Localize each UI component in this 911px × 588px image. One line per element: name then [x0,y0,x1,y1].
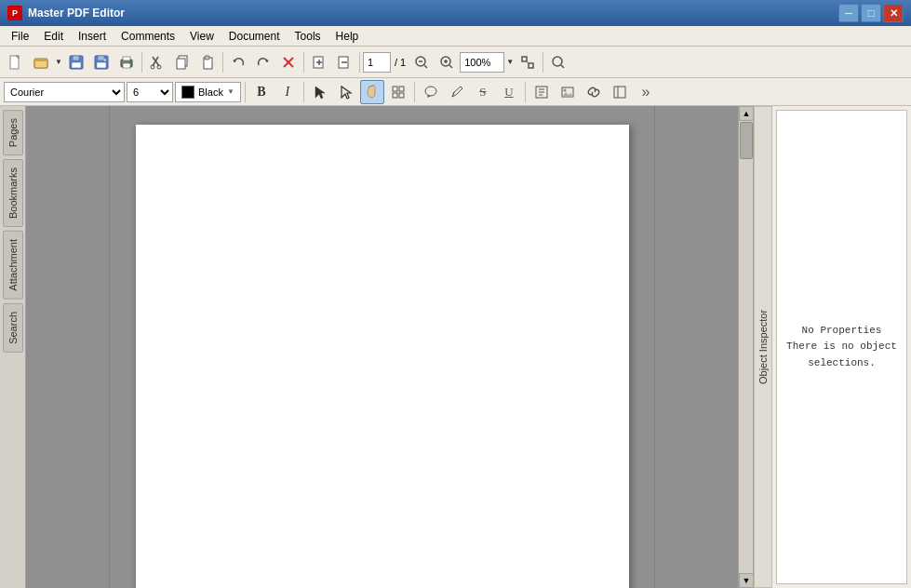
zoom-in-button[interactable] [435,50,459,74]
sep1 [141,52,142,73]
zoom-out-button[interactable] [409,50,434,74]
page-total: / 1 [392,57,409,68]
sidebar-tabs: Pages Bookmarks Attachment Search [0,106,26,588]
svg-rect-48 [393,93,397,98]
menu-help[interactable]: Help [328,28,367,45]
redo-button[interactable] [251,50,275,74]
search-toolbar-button[interactable] [546,50,570,74]
scroll-down-button[interactable]: ▼ [739,573,754,588]
svg-rect-22 [205,56,209,60]
save-as-button[interactable]: + [89,50,114,74]
hand-tool[interactable] [360,80,384,104]
sidebar-tab-pages[interactable]: Pages [3,110,23,155]
close-button[interactable]: ✕ [883,4,904,22]
main-toolbar: ▼ + [0,47,911,78]
new-button[interactable] [4,50,28,74]
pdf-page [136,125,629,588]
main-layout: Pages Bookmarks Attachment Search ▲ ▼ Ob… [0,106,911,588]
svg-point-58 [563,88,566,91]
zoom-dropdown[interactable]: ▼ [505,50,515,74]
menu-file[interactable]: File [4,28,36,45]
text-edit-tool[interactable] [529,80,554,104]
menu-view[interactable]: View [182,28,221,45]
no-properties-line3: selections. [808,355,876,372]
font-size-select[interactable]: 6 8 10 12 [127,82,173,102]
scroll-track[interactable] [739,121,753,573]
underline-tool[interactable]: U [497,80,521,104]
fit-page-button[interactable] [516,50,540,74]
svg-rect-9 [97,62,106,68]
maximize-button[interactable]: □ [861,4,881,22]
window-controls: ─ □ ✕ [838,4,904,22]
scroll-up-button[interactable]: ▲ [739,106,754,121]
svg-rect-12 [123,63,130,68]
cancel-button[interactable] [276,50,301,74]
right-panel-area [654,106,738,588]
menu-edit[interactable]: Edit [36,28,71,45]
svg-rect-60 [614,87,625,98]
scroll-thumb[interactable] [740,122,753,159]
color-swatch [181,86,194,99]
open-button[interactable] [29,50,53,74]
page-tools [307,50,356,74]
save-button[interactable] [64,50,88,74]
minimize-button[interactable]: ─ [838,4,859,22]
sep3 [303,52,304,73]
svg-point-14 [129,61,131,63]
menu-comments[interactable]: Comments [114,28,182,45]
image-tool[interactable] [556,80,580,104]
menu-document[interactable]: Document [221,28,288,45]
svg-point-50 [425,87,436,96]
svg-rect-13 [123,57,130,60]
select-tool[interactable] [334,80,358,104]
extract-page-button[interactable] [332,50,356,74]
sep2 [222,52,223,73]
app-title: Master PDF Editor [28,7,838,20]
menu-insert[interactable]: Insert [71,28,114,45]
history-tools [226,50,301,74]
sidebar-tab-attachment[interactable]: Attachment [3,231,23,300]
svg-text:+: + [103,57,107,62]
italic-button[interactable]: I [275,80,300,104]
left-thumbnail-area [26,106,110,588]
sidebar-tab-search[interactable]: Search [3,303,23,353]
svg-marker-45 [342,87,351,99]
zoom-input[interactable]: 100% [460,52,504,73]
cut-button[interactable] [145,50,169,74]
svg-rect-20 [177,59,185,69]
print-button[interactable] [114,50,139,74]
sidebar-tab-bookmarks[interactable]: Bookmarks [3,159,23,227]
menu-tools[interactable]: Tools [288,28,328,45]
bold-button[interactable]: B [249,80,274,104]
insert-page-button[interactable] [307,50,331,74]
grid-tool[interactable] [386,80,410,104]
object-inspector: Object Inspector No Properties There is … [753,106,911,588]
link-tool[interactable] [582,80,606,104]
sep-fmt2 [303,82,304,102]
sep-fmt4 [525,82,526,102]
sep-fmt1 [245,82,246,102]
svg-line-41 [527,61,529,63]
strikethrough-tool[interactable]: S [471,80,495,104]
svg-point-42 [553,57,562,66]
draw-tool[interactable] [445,80,469,104]
object-inspector-tab[interactable]: Object Inspector [754,106,772,588]
font-family-select[interactable]: Courier Arial Times New Roman [4,82,125,102]
sep4 [359,52,360,73]
comment-tool[interactable] [419,80,443,104]
app-icon: P [7,6,22,20]
color-dropdown-arrow: ▼ [227,87,234,96]
svg-marker-59 [562,92,573,97]
paste-button[interactable] [195,50,220,74]
cursor-tool[interactable] [308,80,332,104]
formatting-toolbar: Courier Arial Times New Roman 6 8 10 12 … [0,78,911,106]
sidebar-toggle-tool[interactable] [608,80,632,104]
vertical-scrollbar: ▲ ▼ [738,106,753,588]
color-picker-button[interactable]: Black ▼ [175,82,241,102]
more-tools[interactable]: » [634,80,658,104]
copy-button[interactable] [170,50,194,74]
undo-button[interactable] [226,50,250,74]
page-number-input[interactable]: 1 [363,52,391,73]
open-dropdown[interactable]: ▼ [54,50,63,74]
menu-bar: File Edit Insert Comments View Document … [0,26,911,47]
